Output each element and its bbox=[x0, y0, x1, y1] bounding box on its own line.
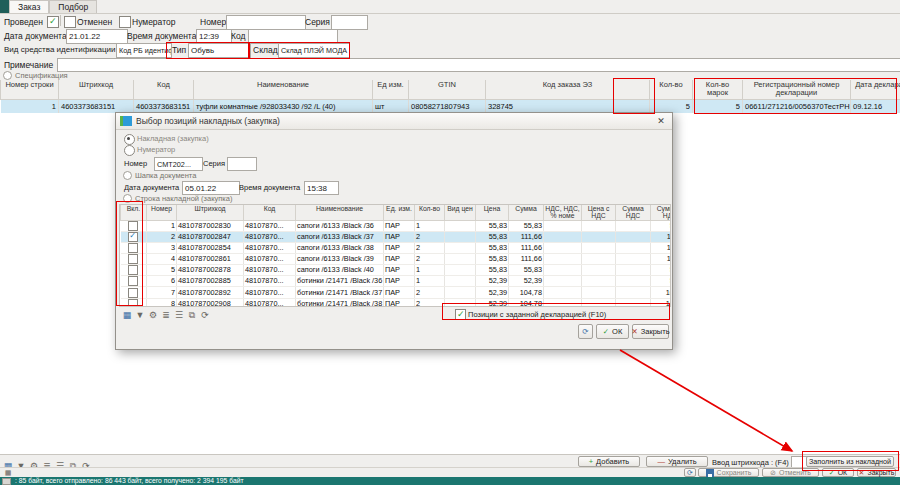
invoice-column-header[interactable]: Наименование bbox=[296, 205, 384, 221]
invoice-column-header[interactable]: Цена bbox=[476, 205, 509, 221]
grid-view-icon[interactable]: ▦ bbox=[121, 309, 133, 321]
doc-date-input[interactable]: 21.01.22 bbox=[66, 29, 128, 44]
include-checkbox[interactable] bbox=[128, 221, 138, 231]
spec-column-header[interactable]: Кол-во марок bbox=[693, 80, 743, 99]
invoice-row[interactable]: 1481078700283048107870...сапоги /6133 /B… bbox=[121, 221, 672, 232]
spec-column-header[interactable]: GTIN bbox=[409, 80, 486, 99]
code-input[interactable] bbox=[248, 29, 338, 44]
invoice-column-header[interactable]: Сумма НДС bbox=[616, 205, 651, 221]
include-checkbox[interactable] bbox=[128, 243, 138, 253]
invoice-cell: 48107870... bbox=[244, 287, 296, 298]
dialog-titlebar[interactable]: Выбор позиций накладных (закупка) bbox=[116, 113, 672, 130]
type-input[interactable]: Обувь bbox=[188, 43, 251, 58]
invoice-column-header[interactable]: Цена с НДС bbox=[582, 205, 616, 221]
spec-column-header[interactable]: Ед изм. bbox=[373, 80, 409, 99]
close-icon[interactable] bbox=[654, 116, 668, 126]
tab-order[interactable]: Заказ bbox=[9, 0, 49, 13]
invoice-cell: 55,83 bbox=[476, 254, 509, 265]
ok-button[interactable]: ✓ ОК bbox=[822, 468, 854, 477]
cancel-button[interactable]: ⊘ Отменить bbox=[762, 468, 819, 477]
include-checkbox[interactable] bbox=[128, 232, 138, 242]
invoice-column-header[interactable]: Кол-во bbox=[415, 205, 445, 221]
warehouse-input[interactable]: Склад ПЛЭЙ МОДА bbox=[278, 43, 350, 58]
specification-group-label: Спецификация bbox=[3, 71, 68, 80]
spec-column-header[interactable]: Дата деклара bbox=[851, 80, 900, 99]
invoice-column-header[interactable]: Код bbox=[244, 205, 296, 221]
invoice-row[interactable]: 5481078700287848107870...сапоги /6133 /B… bbox=[121, 265, 672, 276]
include-checkbox[interactable] bbox=[128, 254, 138, 264]
tab-selection[interactable]: Подбор bbox=[49, 0, 97, 13]
note-input[interactable] bbox=[57, 58, 900, 72]
number-input[interactable] bbox=[226, 15, 306, 30]
doc-time-input[interactable]: 12:39 bbox=[196, 29, 232, 44]
list-icon[interactable]: ≣ bbox=[160, 309, 172, 321]
collapse-icon[interactable] bbox=[123, 194, 132, 203]
spec-column-header[interactable]: Штрихкод bbox=[59, 80, 134, 99]
modal-date-input[interactable]: 05.01.22 bbox=[182, 181, 240, 195]
invoice-cell bbox=[582, 232, 616, 243]
refresh-button[interactable]: ⟳ bbox=[684, 468, 696, 477]
modal-refresh-button[interactable]: ⟳ bbox=[578, 324, 593, 339]
add-button[interactable]: + Добавить bbox=[578, 456, 640, 467]
spec-cell: 09.12.16 bbox=[851, 99, 900, 113]
close-button[interactable]: ✕ Закрыть bbox=[857, 468, 896, 477]
invoice-cell: 4810787002847 bbox=[177, 232, 244, 243]
invoice-column-header[interactable]: Штрихкод bbox=[177, 205, 244, 221]
include-checkbox[interactable] bbox=[128, 265, 138, 275]
invoice-column-header[interactable]: Вкл. bbox=[121, 205, 147, 221]
invoice-column-header[interactable]: Сумма bbox=[509, 205, 544, 221]
invoice-cell: сапоги /6133 /Black /37 bbox=[296, 232, 384, 243]
spec-column-header[interactable]: Наименование bbox=[194, 80, 373, 99]
posted-checkbox[interactable] bbox=[47, 16, 59, 28]
collapse-icon[interactable] bbox=[3, 71, 12, 80]
settings-icon[interactable]: ⚙ bbox=[147, 309, 159, 321]
spec-column-header[interactable]: Кол-во bbox=[650, 80, 693, 99]
delete-button[interactable]: — Удалить bbox=[646, 456, 708, 467]
invoice-column-header[interactable]: Сумма с НДС bbox=[651, 205, 672, 221]
invoice-column-header[interactable]: Вид цен bbox=[445, 205, 476, 221]
modal-time-input[interactable]: 15:38 bbox=[304, 181, 339, 195]
spec-column-header[interactable]: Номер строки bbox=[1, 80, 59, 99]
invoice-column-header[interactable]: Номер bbox=[147, 205, 177, 221]
invoice-cell: 48107870... bbox=[244, 254, 296, 265]
cancelled-checkbox[interactable] bbox=[64, 16, 76, 28]
modal-number-input[interactable]: СМТ202... bbox=[154, 157, 203, 171]
copy-icon[interactable]: ⧉ bbox=[186, 309, 198, 321]
series-input[interactable] bbox=[331, 15, 368, 30]
cancelled-label: Отменен bbox=[77, 17, 112, 27]
invoice-column-header[interactable]: НДС, НДС, % номе bbox=[544, 205, 582, 221]
invoice-cell: 52,39 bbox=[651, 276, 672, 287]
invoice-row[interactable]: 6481078700288548107870...ботинки /21471 … bbox=[121, 276, 672, 287]
spec-column-header[interactable]: Код заказа ЭЗ bbox=[486, 80, 650, 99]
save-button[interactable]: Сохранить bbox=[698, 468, 759, 477]
modal-close-button[interactable]: ✕ Закрыть bbox=[632, 324, 669, 339]
collapse-icon[interactable] bbox=[123, 171, 132, 180]
window-corner bbox=[0, 0, 9, 13]
refresh-small-icon[interactable]: ⟳ bbox=[199, 309, 211, 321]
spec-column-header[interactable]: Код bbox=[134, 80, 194, 99]
invoice-row[interactable]: 2481078700284748107870...сапоги /6133 /B… bbox=[121, 232, 672, 243]
connection-statusbar: : 85 байт, всего отправлено: 86 443 байт… bbox=[0, 477, 900, 485]
invoice-row[interactable]: 3481078700285448107870...сапоги /6133 /B… bbox=[121, 243, 672, 254]
include-checkbox[interactable] bbox=[128, 288, 138, 298]
filter-icon[interactable]: ▼ bbox=[134, 309, 146, 321]
invoice-radio[interactable] bbox=[124, 134, 135, 145]
include-checkbox[interactable] bbox=[128, 276, 138, 286]
series-label: Серия bbox=[305, 17, 330, 27]
numerator-checkbox[interactable] bbox=[119, 16, 131, 28]
invoice-cell: 111,66 bbox=[651, 232, 672, 243]
invoice-row[interactable]: 7481078700289248107870...ботинки /21471 … bbox=[121, 287, 672, 298]
invoice-row[interactable]: 4481078700286148107870...сапоги /6133 /B… bbox=[121, 254, 672, 265]
numerator-radio[interactable] bbox=[124, 145, 135, 156]
spec-table-row[interactable]: 146033736831514603373683151туфли комнатн… bbox=[1, 99, 900, 113]
declaration-filter-checkbox[interactable] bbox=[455, 309, 466, 320]
spec-column-header[interactable]: Регистрационный номер декларации bbox=[743, 80, 851, 99]
id-type-input[interactable]: Код РБ идентификац... bbox=[116, 43, 172, 58]
invoice-cell: ботинки /21471 /Black /36 bbox=[296, 276, 384, 287]
invoice-cell: 48107870... bbox=[244, 221, 296, 232]
modal-ok-button[interactable]: ✓ ОК bbox=[596, 324, 629, 339]
modal-series-input[interactable] bbox=[227, 157, 257, 171]
fill-from-invoice-button[interactable]: Заполнить из накладной bbox=[806, 456, 894, 467]
invoice-column-header[interactable]: Ед. изм. bbox=[384, 205, 415, 221]
list-alt-icon[interactable]: ☰ bbox=[173, 309, 185, 321]
